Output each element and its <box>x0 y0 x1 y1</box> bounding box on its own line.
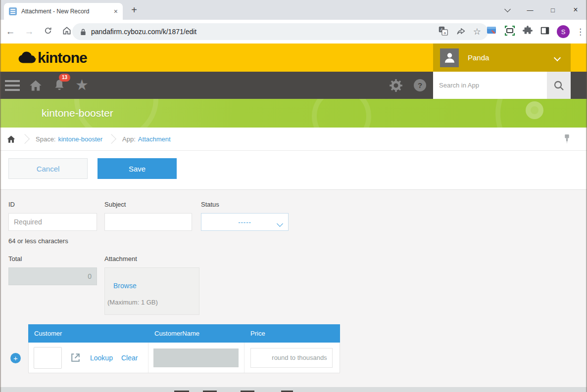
price-cell <box>245 343 340 373</box>
attachment-dropzone: Browse (Maximum: 1 GB) <box>104 267 199 315</box>
customer-input[interactable] <box>34 347 62 369</box>
search-icon <box>553 80 565 91</box>
cut-off-content-strip <box>0 387 587 392</box>
translate-icon[interactable]: Aa <box>438 26 448 38</box>
share-icon[interactable] <box>456 26 466 38</box>
cloud-logo-icon <box>18 51 36 64</box>
table-header-row: Customer CustomerName Price <box>28 324 340 343</box>
lookup-button[interactable]: Lookup <box>90 354 113 362</box>
sidebar-toggle-icon[interactable] <box>539 25 550 38</box>
cancel-button[interactable]: Cancel <box>8 158 88 179</box>
global-nav: 13 ★ ? <box>0 72 587 99</box>
window-controls: — □ × <box>496 0 587 20</box>
kintone-logo[interactable]: kintone <box>18 44 87 72</box>
browser-window: Attachment - New Record × + — □ × ← → <box>0 0 587 392</box>
banner-decoration <box>312 99 371 128</box>
app-search-input[interactable] <box>433 72 547 99</box>
price-input[interactable] <box>250 348 333 368</box>
window-close-button[interactable]: × <box>564 0 587 20</box>
column-header-customer: Customer <box>28 324 148 343</box>
pin-icon[interactable] <box>564 134 570 146</box>
status-field-label: Status <box>201 201 219 208</box>
breadcrumb: Space: kintone-booster App: Attachment <box>0 128 587 151</box>
bookmark-star-icon[interactable]: ☆ <box>473 26 481 37</box>
browser-titlebar: Attachment - New Record × + — □ × <box>0 0 587 20</box>
breadcrumb-chevron-icon <box>106 134 116 144</box>
search-submit-button[interactable] <box>547 72 571 99</box>
id-field-label: ID <box>8 201 15 208</box>
breadcrumb-space-link[interactable]: kintone-booster <box>58 135 102 143</box>
lookup-table: Customer CustomerName Price Lookup Clear <box>28 324 340 373</box>
table-row: Lookup Clear <box>28 343 340 373</box>
overflow-menu-icon[interactable]: ⋮ <box>576 27 583 37</box>
tab-title: Attachment - New Record <box>21 8 111 15</box>
hamburger-menu-icon[interactable] <box>5 80 20 93</box>
customername-cell <box>148 343 244 373</box>
record-form: ID 64 or less characters Subject Status … <box>0 189 587 387</box>
attachment-max-note: (Maximum: 1 GB) <box>107 299 158 306</box>
window-edge <box>0 0 1 392</box>
tab-search-chevron-icon[interactable] <box>496 0 519 20</box>
external-link-icon[interactable] <box>69 351 82 364</box>
person-icon <box>443 51 456 64</box>
user-menu[interactable]: Panda <box>433 44 571 72</box>
notification-count-badge: 13 <box>59 74 70 82</box>
lock-icon <box>80 28 86 36</box>
reload-icon[interactable] <box>43 26 53 38</box>
add-row-button[interactable]: + <box>10 353 21 363</box>
id-field-input[interactable] <box>8 213 97 231</box>
space-banner: kintone-booster <box>0 99 587 128</box>
kintone-logo-text: kintone <box>38 49 87 66</box>
svg-text:a: a <box>443 30 446 35</box>
customer-cell: Lookup Clear <box>29 343 148 373</box>
extension-cluster: S ⋮ <box>486 20 583 44</box>
breadcrumb-app-prefix: App: <box>122 135 136 143</box>
window-extension-icon[interactable] <box>486 25 497 39</box>
window-maximize-button[interactable]: □ <box>541 0 564 20</box>
space-title[interactable]: kintone-booster <box>42 99 113 128</box>
back-icon[interactable]: ← <box>5 26 16 37</box>
portal-home-icon[interactable] <box>29 79 43 92</box>
total-field-label: Total <box>8 255 22 262</box>
banner-decoration <box>526 101 543 119</box>
total-field-input <box>8 267 97 285</box>
breadcrumb-chevron-icon <box>20 134 30 144</box>
column-header-price: Price <box>245 324 340 343</box>
browser-profile-avatar[interactable]: S <box>557 25 570 38</box>
address-bar[interactable]: pandafirm.cybozu.com/k/1871/edit Aa ☆ <box>72 23 488 40</box>
extensions-puzzle-icon[interactable] <box>522 25 533 38</box>
chevron-down-icon <box>278 220 282 227</box>
customername-readonly-field <box>153 348 239 367</box>
browse-link[interactable]: Browse <box>113 282 137 290</box>
screenshot-extension-icon[interactable] <box>504 25 516 39</box>
browser-tab[interactable]: Attachment - New Record × <box>4 3 123 20</box>
user-menu-chevron-icon <box>555 53 560 62</box>
status-dropdown[interactable]: ----- <box>201 213 289 231</box>
tab-close-icon[interactable]: × <box>114 7 118 15</box>
breadcrumb-app-link[interactable]: Attachment <box>138 135 171 143</box>
help-icon[interactable]: ? <box>414 79 426 91</box>
forward-icon[interactable]: → <box>24 26 35 37</box>
subject-field-label: Subject <box>104 201 126 208</box>
window-minimize-button[interactable]: — <box>519 0 541 20</box>
kintone-header: kintone Panda <box>0 44 587 72</box>
app-search-box[interactable] <box>433 72 547 99</box>
status-dropdown-value: ----- <box>238 218 251 226</box>
clear-button[interactable]: Clear <box>121 354 138 362</box>
url-text: pandafirm.cybozu.com/k/1871/edit <box>91 28 438 36</box>
user-avatar <box>440 48 459 67</box>
home-icon[interactable] <box>61 26 72 38</box>
subject-field-input[interactable] <box>104 213 192 231</box>
record-action-bar: Cancel Save <box>0 151 587 189</box>
favorites-star-icon[interactable]: ★ <box>75 76 89 94</box>
user-name: Panda <box>468 53 555 62</box>
breadcrumb-home-icon[interactable] <box>6 134 16 144</box>
kintone-app-favicon <box>9 7 17 15</box>
save-button[interactable]: Save <box>98 158 177 179</box>
settings-gear-icon[interactable] <box>389 79 403 92</box>
breadcrumb-space-prefix: Space: <box>36 135 55 143</box>
id-field-hint: 64 or less characters <box>8 237 68 245</box>
column-header-customername: CustomerName <box>148 324 245 343</box>
new-tab-button[interactable]: + <box>128 3 141 16</box>
browser-toolbar: ← → pandafirm.cybozu.com/k/1871/edit Aa <box>0 20 587 44</box>
